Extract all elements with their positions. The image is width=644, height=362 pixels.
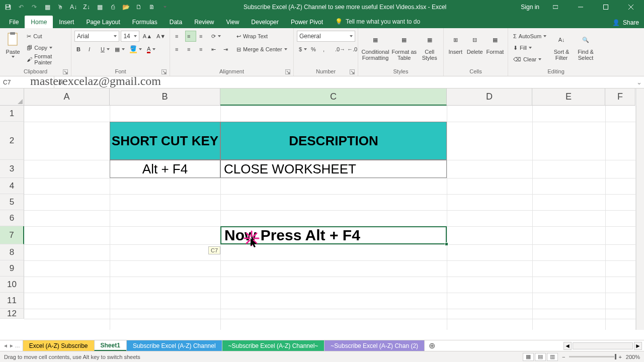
- fill-button[interactable]: ⬇Fill: [511, 42, 548, 53]
- table-cell-shortcut[interactable]: Alt + F4: [110, 160, 220, 178]
- column-header-B[interactable]: B: [110, 88, 220, 106]
- sign-in-link[interactable]: Sign in: [521, 4, 539, 11]
- spreadsheet-grid[interactable]: ABCDEF 123456789101112 SHORT CUT KEY DES…: [0, 88, 644, 330]
- zoom-in-button[interactable]: +: [618, 354, 621, 360]
- alignment-launcher[interactable]: ↘: [285, 69, 290, 74]
- select-all-corner[interactable]: [0, 88, 24, 106]
- tab-developer[interactable]: Developer: [245, 16, 285, 28]
- row-header-6[interactable]: 6: [0, 210, 24, 226]
- percent-button[interactable]: %: [309, 44, 320, 55]
- add-sheet-button[interactable]: ⊕: [425, 340, 439, 351]
- sort-filter-button[interactable]: A↓Sort & Filter: [550, 31, 573, 61]
- decrease-font-button[interactable]: A▼: [154, 31, 167, 42]
- format-painter-button[interactable]: 🖌Format Painter: [25, 54, 68, 65]
- sheet-tab[interactable]: Excel (A-Z) Subscribe: [23, 340, 95, 351]
- close-button[interactable]: [622, 0, 640, 14]
- row-header-10[interactable]: 10: [0, 277, 24, 293]
- row-header-9[interactable]: 9: [0, 260, 24, 277]
- view-buttons[interactable]: ▦▤▥: [523, 353, 558, 361]
- zoom-out-button[interactable]: −: [562, 354, 565, 360]
- increase-font-button[interactable]: A▲: [141, 31, 153, 42]
- increase-indent-button[interactable]: ⇥: [221, 44, 232, 55]
- tab-data[interactable]: Data: [164, 16, 188, 28]
- cell-styles-button[interactable]: ▦Cell Styles: [419, 31, 440, 61]
- row-header-4[interactable]: 4: [0, 178, 24, 194]
- align-left-button[interactable]: ≡: [173, 44, 184, 55]
- sheet-tab[interactable]: Subscribe Excel (A-Z) Channel: [126, 340, 222, 351]
- print-icon[interactable]: ⎙: [109, 3, 117, 11]
- expand-formula-bar[interactable]: ⌄: [634, 78, 644, 86]
- copy-button[interactable]: 🗐Copy: [25, 42, 68, 53]
- number-launcher[interactable]: ↘: [350, 69, 355, 74]
- tab-insert[interactable]: Insert: [53, 16, 80, 28]
- font-launcher[interactable]: ↘: [162, 69, 167, 74]
- tab-formulas[interactable]: Formulas: [126, 16, 164, 28]
- row-header-8[interactable]: 8: [0, 244, 24, 260]
- insert-cells-button[interactable]: ⊞Insert: [447, 31, 464, 55]
- row-header-12[interactable]: 12: [0, 309, 24, 319]
- column-header-A[interactable]: A: [24, 88, 110, 106]
- font-name-combo[interactable]: Arial: [74, 31, 119, 42]
- format-as-table-button[interactable]: ▦Format as Table: [391, 31, 417, 61]
- tab-page-layout[interactable]: Page Layout: [80, 16, 126, 28]
- column-header-F[interactable]: F: [605, 88, 635, 106]
- delete-cells-button[interactable]: ⊟Delete: [466, 31, 483, 55]
- align-bottom-button[interactable]: ≡: [197, 31, 208, 42]
- selected-cell-c7[interactable]: Now Press Alt + F4: [220, 226, 447, 244]
- maximize-button[interactable]: [597, 0, 615, 14]
- tab-view[interactable]: View: [220, 16, 246, 28]
- font-color-button[interactable]: A: [145, 44, 157, 55]
- redo-icon[interactable]: ↷: [30, 3, 38, 11]
- fill-color-button[interactable]: 🪣: [128, 44, 144, 55]
- number-format-combo[interactable]: General: [297, 31, 355, 42]
- align-center-button[interactable]: ≡: [185, 44, 196, 55]
- merge-center-button[interactable]: ⊟Merge & Center: [234, 44, 300, 55]
- tab-review[interactable]: Review: [188, 16, 220, 28]
- tell-me-search[interactable]: 💡 Tell me what you want to do: [329, 15, 426, 28]
- sheet-nav[interactable]: ◄►…: [0, 340, 23, 351]
- conditional-formatting-button[interactable]: ▦Conditional Formatting: [361, 31, 389, 61]
- clear-button[interactable]: ⌫Clear: [511, 54, 548, 65]
- sheet-tab[interactable]: Sheet1: [94, 340, 127, 351]
- open-icon[interactable]: 📂: [122, 3, 130, 11]
- qat-icon[interactable]: ▦: [43, 3, 51, 11]
- border-button[interactable]: ▦: [113, 44, 127, 55]
- cut-button[interactable]: ✂Cut: [25, 31, 68, 42]
- column-header-C[interactable]: C: [220, 88, 447, 106]
- tab-power-pivot[interactable]: Power Pivot: [285, 16, 329, 28]
- zoom-level[interactable]: 200%: [626, 354, 640, 360]
- underline-button[interactable]: U: [99, 44, 112, 55]
- filter-icon[interactable]: ▦: [96, 3, 104, 11]
- row-header-2[interactable]: 2: [0, 122, 24, 160]
- tab-home[interactable]: Home: [25, 16, 53, 28]
- font-size-combo[interactable]: 14: [121, 31, 139, 42]
- minimize-button[interactable]: [572, 0, 590, 14]
- orientation-button[interactable]: ⟳: [209, 31, 223, 42]
- save-icon[interactable]: [4, 3, 12, 11]
- undo-icon[interactable]: ↶: [17, 3, 25, 11]
- ribbon-options-icon[interactable]: [546, 0, 565, 14]
- italic-button[interactable]: I: [87, 44, 98, 55]
- row-header-11[interactable]: 11: [0, 293, 24, 309]
- decrease-decimal-button[interactable]: ←.0: [345, 44, 356, 55]
- sheet-tab[interactable]: ~Subscribe Excel (A-Z) Chan (2): [324, 340, 425, 351]
- find-select-button[interactable]: 🔍Find & Select: [575, 31, 597, 61]
- column-header-D[interactable]: D: [447, 88, 532, 106]
- preview-icon[interactable]: 🗎: [148, 3, 156, 11]
- horizontal-scroll[interactable]: ◄►: [439, 340, 644, 351]
- sort-desc-icon[interactable]: Z↓: [83, 3, 91, 11]
- wrap-text-button[interactable]: ↩Wrap Text: [234, 31, 290, 42]
- qat-more-icon[interactable]: [161, 3, 169, 11]
- share-button[interactable]: 👤 Share: [607, 17, 644, 28]
- align-right-button[interactable]: ≡: [197, 44, 208, 55]
- zoom-slider[interactable]: [569, 356, 614, 357]
- comma-button[interactable]: ,: [321, 44, 332, 55]
- row-header-1[interactable]: 1: [0, 106, 24, 122]
- autosum-button[interactable]: ΣAutoSum: [511, 31, 548, 42]
- table-cell-description[interactable]: CLOSE WORKSHEET: [220, 160, 447, 178]
- tab-file[interactable]: File: [3, 16, 25, 28]
- align-middle-button[interactable]: ≡: [185, 31, 196, 42]
- sheet-tab[interactable]: ~Subscribe Excel (A-Z) Channel~: [222, 340, 325, 351]
- selection-fill-handle[interactable]: [445, 242, 448, 246]
- clipboard-launcher[interactable]: ↘: [63, 69, 68, 74]
